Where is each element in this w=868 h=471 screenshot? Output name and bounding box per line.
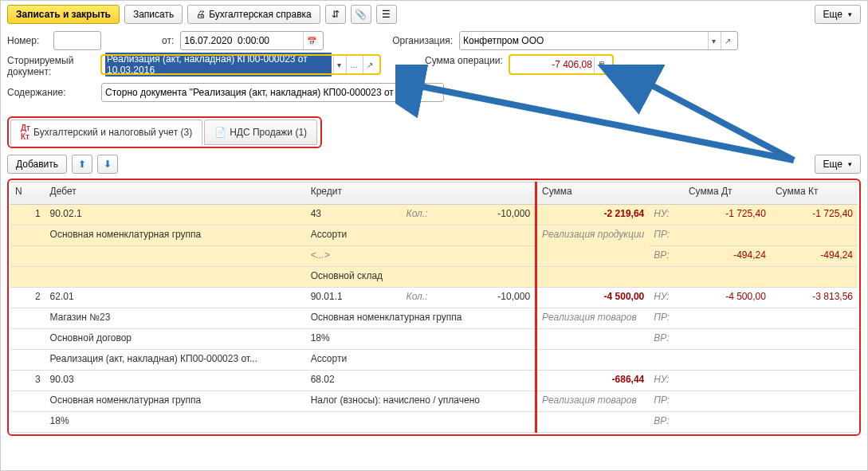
cell-debit-sub: 18% bbox=[45, 411, 306, 432]
cell-vr: ВР: bbox=[649, 328, 684, 349]
cell-debit-sub: Реализация (акт, накладная) КП00-000023 … bbox=[45, 349, 306, 370]
content-input[interactable] bbox=[105, 87, 440, 98]
list-icon: ☰ bbox=[382, 9, 391, 20]
col-sum[interactable]: Сумма bbox=[536, 182, 684, 204]
sum-input[interactable] bbox=[513, 59, 592, 70]
content-input-wrap[interactable] bbox=[101, 83, 444, 102]
storno-input-wrap[interactable]: Реализация (акт, накладная) КП00-000023 … bbox=[101, 55, 380, 74]
cell-nu-kt: -3 813,56 bbox=[771, 287, 858, 308]
storno-dropdown-icon[interactable]: ▾ bbox=[333, 56, 344, 73]
link-icon: ⇵ bbox=[332, 9, 340, 20]
storno-label: Сторнируемый документ: bbox=[7, 55, 95, 78]
cell-qty: -10,000 bbox=[450, 287, 536, 308]
table-row[interactable]: 3 90.03 68.02 -686,44 НУ: bbox=[10, 370, 858, 391]
cell-debit-sub: Основной договор bbox=[45, 328, 306, 349]
table-row[interactable]: 2 62.01 90.01.1 Кол.: -10,000 -4 500,00 … bbox=[10, 287, 858, 308]
org-label: Организация: bbox=[392, 35, 453, 46]
link-icon-button[interactable]: ⇵ bbox=[325, 5, 346, 24]
org-input-wrap[interactable]: ▾ ↗ bbox=[459, 31, 738, 50]
date-label: от: bbox=[162, 35, 174, 46]
date-input-wrap[interactable]: 📅 bbox=[180, 31, 324, 50]
cell-debit-sub: Основная номенклатурная группа bbox=[45, 225, 306, 245]
org-dropdown-icon[interactable]: ▾ bbox=[708, 32, 719, 49]
cell-credit-sub: Основной склад bbox=[306, 266, 536, 287]
table-row[interactable]: Основная номенклатурная группа Ассорти Р… bbox=[10, 225, 858, 245]
cell-nu: НУ: bbox=[649, 370, 684, 391]
cell-nu-dt: -1 725,40 bbox=[684, 204, 771, 225]
more-button-grid[interactable]: Еще bbox=[815, 155, 861, 174]
printer-icon: 🖨 bbox=[196, 9, 206, 20]
calendar-icon[interactable]: 📅 bbox=[303, 32, 320, 49]
report-button[interactable]: 🖨 Бухгалтерская справка bbox=[187, 5, 320, 24]
table-row[interactable]: Магазин №23 Основная номенклатурная груп… bbox=[10, 308, 858, 328]
cell-debit-sub: Основная номенклатурная группа bbox=[45, 391, 306, 411]
arrow-up-icon: ⬆ bbox=[78, 159, 86, 170]
date-input[interactable] bbox=[184, 35, 301, 46]
org-open-icon[interactable]: ↗ bbox=[721, 32, 734, 49]
table-row[interactable]: Основной договор 18% ВР: bbox=[10, 328, 858, 349]
add-button[interactable]: Добавить bbox=[7, 155, 67, 174]
cell-nu-dt: -4 500,00 bbox=[684, 287, 771, 308]
col-credit[interactable]: Кредит bbox=[306, 182, 536, 204]
move-up-button[interactable]: ⬆ bbox=[72, 155, 92, 174]
table-row[interactable]: 18% ВР: bbox=[10, 411, 858, 432]
cell-debit-acc: 90.03 bbox=[45, 370, 306, 391]
table-row[interactable]: 1 90.02.1 43 Кол.: -10,000 -2 219,64 НУ:… bbox=[10, 204, 858, 225]
cell-nu-kt: -1 725,40 bbox=[771, 204, 858, 225]
storno-input-text: Реализация (акт, накладная) КП00-000023 … bbox=[105, 53, 332, 77]
save-button[interactable]: Записать bbox=[124, 5, 183, 24]
cell-qty-label: Кол.: bbox=[402, 204, 450, 225]
sum-input-wrap[interactable]: 🖩 bbox=[509, 55, 613, 74]
cell-debit-sub: Магазин №23 bbox=[45, 308, 306, 328]
col-sum-kt[interactable]: Сумма Кт bbox=[771, 182, 858, 204]
cell-sum-desc: Реализация товаров bbox=[536, 308, 650, 328]
calculator-icon[interactable]: 🖩 bbox=[594, 56, 609, 73]
cell-debit-acc: 90.02.1 bbox=[45, 204, 306, 225]
dt-kt-icon: ДтКт bbox=[21, 124, 30, 141]
number-input-wrap[interactable] bbox=[53, 31, 101, 50]
cell-n: 2 bbox=[10, 287, 45, 308]
col-sum-dt[interactable]: Сумма Дт bbox=[684, 182, 771, 204]
save-close-button[interactable]: Записать и закрыть bbox=[7, 5, 120, 24]
tab-accounting[interactable]: ДтКт Бухгалтерский и налоговый учет (3) bbox=[10, 120, 202, 145]
cell-pr: ПР: bbox=[649, 391, 684, 411]
tab-vat[interactable]: 📄 НДС Продажи (1) bbox=[204, 120, 317, 145]
report-button-label: Бухгалтерская справка bbox=[209, 9, 312, 20]
cell-credit-sub: Ассорти bbox=[306, 225, 536, 245]
cell-pr: ПР: bbox=[649, 225, 684, 245]
entries-table: N Дебет Кредит Сумма Сумма Дт Сумма Кт 1… bbox=[10, 182, 858, 433]
cell-vr: ВР: bbox=[649, 411, 684, 432]
cell-credit-acc: 68.02 bbox=[306, 370, 536, 391]
storno-more-icon[interactable]: … bbox=[346, 56, 361, 73]
col-debit[interactable]: Дебет bbox=[45, 182, 306, 204]
cell-credit-sub: Налог (взносы): начислено / уплачено bbox=[306, 391, 536, 411]
tab-vat-label: НДС Продажи (1) bbox=[230, 127, 307, 138]
table-row[interactable]: Реализация (акт, накладная) КП00-000023 … bbox=[10, 349, 858, 370]
grid-highlight: N Дебет Кредит Сумма Сумма Дт Сумма Кт 1… bbox=[7, 179, 861, 436]
storno-open-icon[interactable]: ↗ bbox=[363, 56, 376, 73]
attach-icon-button[interactable]: 📎 bbox=[351, 5, 371, 24]
doc-icon: 📄 bbox=[214, 127, 226, 138]
org-input[interactable] bbox=[463, 35, 706, 46]
cell-nu: НУ: bbox=[649, 204, 684, 225]
move-down-button[interactable]: ⬇ bbox=[97, 155, 118, 174]
table-row[interactable]: Основная номенклатурная группа Налог (вз… bbox=[10, 391, 858, 411]
cell-sum: -4 500,00 bbox=[536, 287, 650, 308]
col-n[interactable]: N bbox=[10, 182, 45, 204]
cell-vr-dt: -494,24 bbox=[684, 245, 771, 266]
cell-vr: ВР: bbox=[649, 245, 684, 266]
cell-sum-desc: Реализация продукции bbox=[536, 225, 650, 266]
cell-credit-sub: Основная номенклатурная группа bbox=[306, 308, 536, 328]
cell-sum-desc: Реализация товаров bbox=[536, 391, 650, 411]
cell-n: 3 bbox=[10, 370, 45, 391]
table-row[interactable]: Основной склад bbox=[10, 266, 858, 287]
cell-credit-sub: Ассорти bbox=[306, 349, 536, 370]
table-row[interactable]: <...> ВР: -494,24 -494,24 bbox=[10, 245, 858, 266]
number-input[interactable] bbox=[57, 35, 97, 46]
cell-n: 1 bbox=[10, 204, 45, 225]
sum-label: Сумма операции: bbox=[425, 55, 503, 66]
more-button-top[interactable]: Еще bbox=[815, 5, 861, 24]
cell-qty: -10,000 bbox=[450, 204, 536, 225]
cell-credit-acc: 90.01.1 bbox=[306, 287, 402, 308]
list-icon-button[interactable]: ☰ bbox=[376, 5, 397, 24]
